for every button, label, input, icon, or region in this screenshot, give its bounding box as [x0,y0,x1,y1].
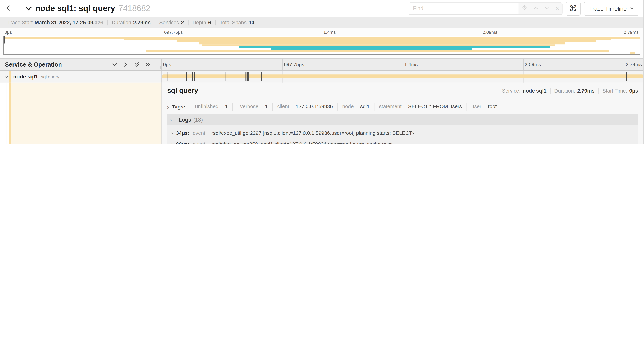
logs-count: (18) [193,117,203,123]
duration-stat: Duration 2.79ms [107,20,154,26]
tag-value: root [488,103,497,111]
span-bar-cell[interactable] [162,71,644,83]
log-marker-tick [279,72,280,82]
minimap-span-row [4,39,640,40]
chevron-down-icon[interactable] [4,74,8,79]
tag-pill: _unfinished=1 [188,103,232,111]
tag-key: user [472,103,482,111]
detail-start-time: Start Time:0μs [598,88,638,94]
find-next-button[interactable] [544,5,549,12]
trace-view-selector[interactable]: Trace Timeline [584,2,639,16]
tag-pill: client=127.0.0.1:59936 [272,103,338,111]
log-marker-tick [265,72,266,82]
span-detail-content: sql query Service:node sql1 Duration:2.7… [162,84,644,144]
span-detail-meta: Service:node sql1 Duration:2.79ms Start … [498,88,638,94]
back-button[interactable] [0,0,19,17]
tree-indent-guide [6,83,7,144]
minimap-drag-handle[interactable] [4,36,5,44]
collapse-controls [112,62,150,67]
logs-toggle-header[interactable]: › Logs (18) [167,114,638,125]
equals-sign: = [207,142,209,144]
log-timestamp: 34μs: [176,130,190,136]
collapse-all-icon[interactable] [134,62,140,67]
find-buttons: ✕ [518,3,562,14]
tags-toggle-row[interactable]: › Tags: _unfinished=1_verbose=1client=12… [167,99,638,114]
tags-list: _unfinished=1_verbose=1client=127.0.0.1:… [188,103,501,111]
equals-sign: = [220,103,223,111]
minimap-span-bar [202,44,555,46]
find-input[interactable] [409,3,519,14]
span-color-stripe [9,83,10,144]
minimap-time-label: 2.79ms [624,30,639,35]
span-color-stripe [9,71,10,83]
span-detail-header: sql query Service:node sql1 Duration:2.7… [167,87,638,95]
equals-sign: = [483,103,486,111]
service-operation-title: Service & Operation [5,61,112,68]
log-marker-tick [626,72,627,82]
tags-label: Tags: [172,104,185,110]
depth-stat: Depth 6 [188,20,215,26]
equals-sign: = [356,103,358,111]
ruler-gridline [523,59,523,70]
ruler-time-label: 0μs [163,62,171,67]
clear-find-button[interactable]: ✕ [555,5,560,12]
log-marker-tick [643,72,644,82]
expand-one-icon[interactable] [123,62,128,67]
minimap-span-row [4,52,640,54]
detail-service: Service:node sql1 [498,88,550,94]
command-icon: ⌘ [569,4,577,13]
log-marker-tick [194,72,195,82]
arrow-left-icon [5,4,14,13]
column-resize-handle[interactable] [160,66,163,70]
find-prev-button[interactable] [533,5,538,12]
minimap-span-row [4,40,640,42]
top-right-controls: ✕ ⌘ Trace Timeline [408,2,643,16]
chevron-down-icon [544,5,549,12]
detail-duration: Duration:2.79ms [550,88,598,94]
minimap-canvas[interactable] [3,36,640,55]
log-field-value: ‹sql/plan_opt.go:358 [nsql1,client=127.0… [212,141,394,144]
trace-page: node sql1: sql query 7418682 [0,0,644,144]
top-bar: node sql1: sql query 7418682 [0,0,644,17]
minimap-span-row [4,50,640,52]
log-row[interactable]: ›34μs:event=‹sql/exec_util.go:2297 [nsql… [167,127,638,139]
log-row[interactable]: ›80μs:event=‹sql/plan_opt.go:358 [nsql1,… [167,139,638,144]
log-marker-tick [246,72,246,82]
minimap-span-bar [177,40,596,42]
collapse-one-icon[interactable] [112,62,117,67]
minimap-span-bars [4,37,640,54]
locate-span-button[interactable] [522,5,527,12]
minimap-span-row [4,44,640,46]
log-marker-tick [186,72,187,82]
equals-sign: = [291,103,294,111]
keyboard-shortcuts-button[interactable]: ⌘ [566,2,580,16]
span-detail-left-cell [0,83,162,144]
span-detail-left-fill [11,83,162,144]
trace-stats-bar: Trace Start March 31 2022, 17:25:09.326 … [0,17,644,28]
ruler-time-label: 697.75μs [284,62,304,67]
minimap-span-bar [4,37,640,39]
span-row: node sql1 sql query [0,71,644,83]
tag-pill: user=root [466,103,501,111]
tag-value: 127.0.0.1:59936 [296,103,333,111]
find-group: ✕ [408,2,562,15]
span-duration-bar[interactable] [162,74,644,79]
log-field-key: event [193,130,205,136]
chevron-right-icon: › [167,105,169,109]
equals-sign: = [404,103,406,111]
expand-all-icon[interactable] [145,62,150,67]
logs-label: Logs [178,117,191,123]
trace-view-label: Trace Timeline [589,5,627,12]
span-name-cell[interactable]: node sql1 sql query [0,71,162,83]
ruler-gridline [282,59,282,70]
service-operation-header: Service & Operation [0,59,162,70]
log-marker-tick [247,72,248,82]
minimap-time-label: 1.4ms [324,30,336,35]
minimap-time-label: 2.09ms [483,30,498,35]
span-detail-title: sql query [167,87,198,95]
tag-key: node [342,103,354,111]
ruler-time-label: 1.4ms [404,62,418,67]
chevron-down-icon[interactable] [25,5,32,12]
chevron-down-icon: › [170,119,174,121]
span-operation-name: sql query [41,74,59,79]
